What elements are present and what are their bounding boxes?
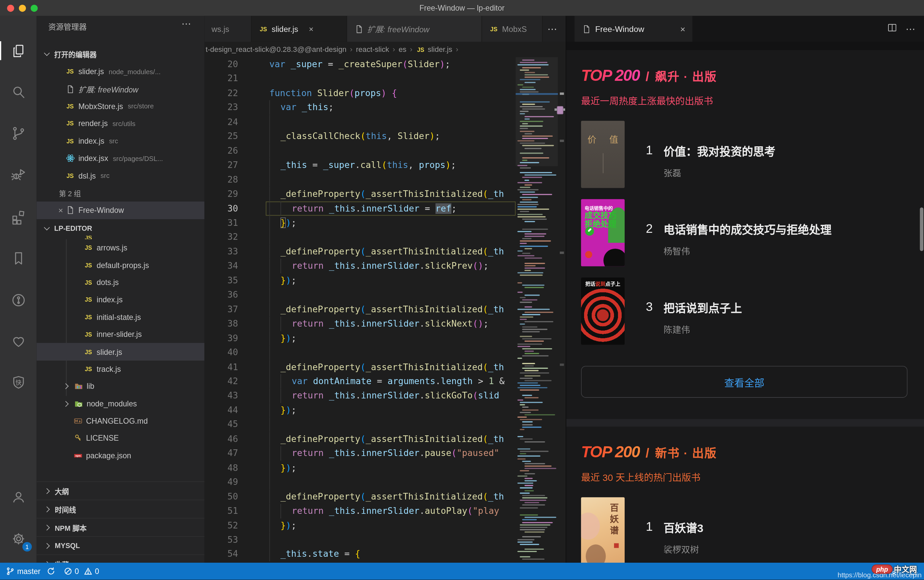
sidebar-section-NPM 脚本[interactable]: NPM 脚本 [36, 518, 204, 536]
open-editor-item[interactable]: index.jsxsrc/pages/DSL... [36, 150, 204, 167]
sidebar-section-MYSQL[interactable]: MYSQL [36, 536, 204, 554]
book-row[interactable]: 把话说到点子上3把话说到点子上陈建伟 [581, 277, 908, 356]
book-row[interactable]: 百妖谱1百妖谱3裟椤双树 [581, 497, 908, 563]
open-editor-item[interactable]: JSMobxStore.jssrc/store [36, 98, 204, 115]
activitybar-account-icon[interactable] [0, 481, 36, 512]
code-line-44[interactable]: 44}); [204, 403, 566, 417]
code-line-45[interactable]: 45 [204, 417, 566, 432]
book-title[interactable]: 百妖谱3 [664, 519, 703, 535]
open-editor-item[interactable]: 扩展: freeWindow [36, 81, 204, 98]
activitybar-source-control-icon[interactable] [0, 118, 36, 148]
code-line-48[interactable]: 48}); [204, 461, 566, 475]
code-line-37[interactable]: 37_defineProperty(_assertThisInitialized… [204, 302, 566, 316]
activitybar-settings-gear-icon[interactable]: 1 [0, 523, 36, 554]
tab-overflow-button[interactable]: ⋯ [547, 23, 557, 35]
split-editor-icon[interactable] [887, 22, 898, 35]
panel-scrollbar[interactable] [920, 208, 924, 251]
code-line-40[interactable]: 40 [204, 345, 566, 359]
minimize-window-icon[interactable] [19, 4, 26, 11]
tree-item-clipped[interactable]: JS [36, 236, 204, 239]
tab--freeWindow[interactable]: 扩展: freeWindow [347, 16, 482, 42]
tab-free-window[interactable]: Free-Window × [575, 16, 692, 42]
book-row[interactable]: 价 值1价值：我对投资的思考张磊 [581, 121, 908, 199]
book-cover[interactable]: 价 值 [581, 121, 625, 188]
code-line-35[interactable]: 35}); [204, 274, 566, 288]
code-line-42[interactable]: 42var dontAnimate = arguments.length > 1… [204, 374, 566, 389]
code-line-20[interactable]: 20var _super = _createSuper(Slider); [204, 57, 566, 71]
code-line-23[interactable]: 23var _this; [204, 101, 566, 115]
code-line-50[interactable]: 50_defineProperty(_assertThisInitialized… [204, 489, 566, 504]
code-line-51[interactable]: 51return _this.innerSlider.autoPlay("pla… [204, 504, 566, 518]
code-line-49[interactable]: 49 [204, 475, 566, 489]
open-editor-item[interactable]: JSdsl.jssrc [36, 167, 204, 184]
breadcrumb-item[interactable]: es [399, 45, 407, 54]
sidebar-section-时间线[interactable]: 时间线 [36, 499, 204, 518]
open-editor-item[interactable]: JSindex.jssrc [36, 132, 204, 150]
activitybar-extensions-icon[interactable] [0, 201, 36, 232]
minimap-viewport[interactable] [516, 57, 558, 166]
tree-item-dots.js[interactable]: JSdots.js [36, 274, 204, 291]
book-cover[interactable]: 百妖谱 [581, 497, 625, 563]
activitybar-run-debug-icon[interactable] [0, 159, 36, 189]
book-row[interactable]: 电话销售中的成交技巧拒绝处理2电话销售中的成交技巧与拒绝处理杨智伟 [581, 199, 908, 278]
breadcrumb[interactable]: t-design_react-slick@0.28.3@@ant-design›… [204, 42, 566, 57]
tree-item-slider.js[interactable]: JSslider.js [36, 343, 204, 361]
close-window-icon[interactable] [7, 4, 14, 11]
code-line-22[interactable]: 22function Slider(props) { [204, 86, 566, 100]
tree-item-lib[interactable]: lib [36, 378, 204, 395]
activitybar-bookmark-icon[interactable] [0, 243, 36, 274]
see-all-button[interactable]: 查看全部 [581, 366, 908, 398]
tree-item-inner-slider.js[interactable]: JSinner-slider.js [36, 326, 204, 343]
book-title[interactable]: 价值：我对投资的思考 [664, 143, 776, 159]
tree-item-arrows.js[interactable]: JSarrows.js [36, 239, 204, 256]
code-line-32[interactable]: 32 [204, 230, 566, 244]
code-line-41[interactable]: 41_defineProperty(_assertThisInitialized… [204, 360, 566, 374]
resize-sash-handle[interactable] [555, 109, 565, 111]
minimap[interactable] [516, 57, 558, 563]
maximize-window-icon[interactable] [31, 4, 38, 11]
tab-slider-js[interactable]: JSslider.js× [252, 16, 347, 42]
tab-MobxS[interactable]: JSMobxS [482, 16, 542, 42]
sidebar-section-大纲[interactable]: 大纲 [36, 481, 204, 499]
code-line-36[interactable]: 36 [204, 288, 566, 302]
sync-button[interactable] [46, 567, 58, 576]
tree-item-track.js[interactable]: JStrack.js [36, 361, 204, 378]
code-line-29[interactable]: 29_defineProperty(_assertThisInitialized… [204, 187, 566, 201]
code-line-54[interactable]: 54_this.state = { [204, 547, 566, 561]
tab-ws-js[interactable]: ws.js [204, 16, 252, 42]
tree-item-CHANGELOG.md[interactable]: CHANGELOG.md [36, 412, 204, 430]
open-editor-item[interactable]: JSslider.jsnode_modules/... [36, 63, 204, 81]
tree-item-default-props.js[interactable]: JSdefault-props.js [36, 256, 204, 274]
code-line-31[interactable]: 31}); [204, 216, 566, 230]
code-line-25[interactable]: 25_classCallCheck(this, Slider); [204, 129, 566, 143]
code-line-38[interactable]: 38return _this.innerSlider.slickNext(); [204, 316, 566, 331]
activitybar-git-graph-icon[interactable] [0, 285, 36, 315]
overview-ruler[interactable] [558, 57, 566, 563]
code-line-24[interactable]: 24 [204, 115, 566, 129]
tree-item-node_modules[interactable]: node_modules [36, 395, 204, 412]
sidebar-more-actions[interactable]: ⋯ [181, 18, 191, 30]
code-line-28[interactable]: 28 [204, 172, 566, 186]
code-line-33[interactable]: 33_defineProperty(_assertThisInitialized… [204, 244, 566, 259]
open-editors-header[interactable]: 打开的编辑器 [36, 46, 204, 61]
book-title[interactable]: 把话说到点子上 [664, 299, 742, 315]
code-line-47[interactable]: 47return _this.innerSlider.pause("paused… [204, 446, 566, 461]
close-icon[interactable]: × [309, 25, 313, 34]
workspace-header[interactable]: LP-EDITOR [36, 221, 204, 236]
code-line-27[interactable]: 27_this = _super.call(this, props); [204, 158, 566, 172]
breadcrumb-file[interactable]: slider.js [428, 45, 452, 54]
code-line-43[interactable]: 43return _this.innerSlider.slickGoTo(sli… [204, 389, 566, 403]
close-icon[interactable]: × [680, 24, 685, 34]
panel-more-actions[interactable]: ⋯ [906, 23, 916, 35]
book-title[interactable]: 电话销售中的成交技巧与拒绝处理 [664, 221, 832, 237]
activitybar-files-icon[interactable] [0, 35, 36, 66]
code-editor[interactable]: 20var _super = _createSuper(Slider);2122… [204, 57, 566, 563]
sidebar-section-收藏[interactable]: 收藏 [36, 554, 204, 563]
tree-item-initial-state.js[interactable]: JSinitial-state.js [36, 309, 204, 326]
book-cover[interactable]: 把话说到点子上 [581, 277, 625, 344]
code-line-34[interactable]: 34return _this.innerSlider.slickPrev(); [204, 259, 566, 273]
problems-status[interactable]: 0 0 [64, 567, 99, 576]
activitybar-heart-icon[interactable] [0, 326, 36, 356]
close-icon[interactable]: × [56, 206, 65, 215]
breadcrumb-item[interactable]: react-slick [356, 45, 389, 54]
